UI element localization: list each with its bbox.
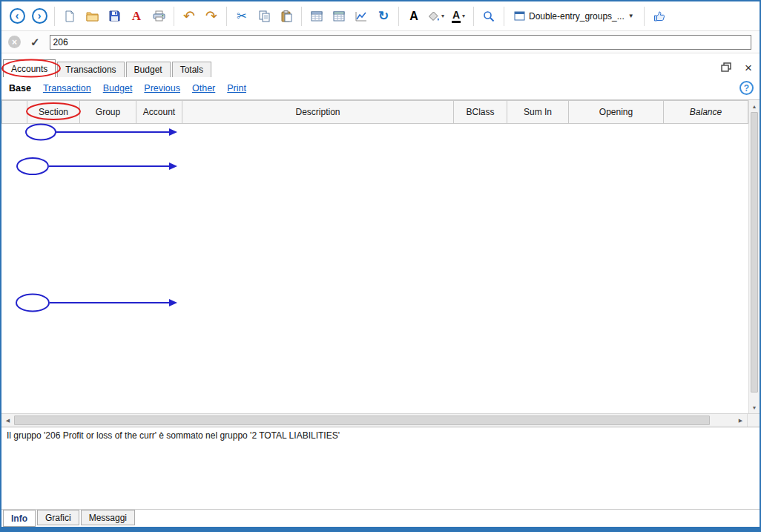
restore-window-button[interactable] xyxy=(721,62,731,74)
toolbar-separator xyxy=(398,7,399,26)
cell-value-input[interactable] xyxy=(50,35,751,50)
cancel-icon: × xyxy=(8,36,21,48)
toolbar-separator xyxy=(226,7,227,26)
document-window-icon xyxy=(514,11,525,21)
view-transaction[interactable]: Transaction xyxy=(43,83,91,93)
column-header-bclass[interactable]: BClass xyxy=(454,101,507,124)
dropdown-arrow-icon: ▾ xyxy=(462,13,465,19)
column-header-rownum[interactable] xyxy=(2,101,27,124)
chart-button[interactable] xyxy=(351,6,372,27)
restore-icon xyxy=(721,62,731,72)
info-message: Il gruppo '206 Profit or loss of the cur… xyxy=(7,430,754,441)
main-toolbar: ‹ › A ↶ ↷ ✂ ↻ A ▾ A▾ Double-entry_groups… xyxy=(1,1,760,31)
help-button[interactable]: ? xyxy=(739,81,754,95)
pdf-icon: A xyxy=(132,9,141,24)
save-icon xyxy=(109,10,120,22)
view-print[interactable]: Print xyxy=(227,83,246,93)
copy-icon xyxy=(259,10,270,22)
dropdown-arrow-icon: ▾ xyxy=(441,13,444,19)
tab-grafici[interactable]: Grafici xyxy=(37,510,79,525)
question-icon: ? xyxy=(744,83,749,93)
tab-totals[interactable]: Totals xyxy=(172,62,211,77)
view-budget[interactable]: Budget xyxy=(103,83,133,93)
column-header-section[interactable]: Section xyxy=(27,101,80,124)
scroll-left-button[interactable]: ◀ xyxy=(1,414,14,427)
close-window-button[interactable]: × xyxy=(745,62,752,74)
font-color-button[interactable]: A▾ xyxy=(448,6,469,27)
vertical-scrollbar[interactable]: ▲ ▼ xyxy=(748,100,760,413)
redo-button[interactable]: ↷ xyxy=(201,6,222,27)
open-folder-icon xyxy=(86,11,99,22)
fill-color-icon xyxy=(428,11,440,22)
printer-icon xyxy=(153,10,165,22)
column-header-account[interactable]: Account xyxy=(136,101,182,124)
tab-messaggi[interactable]: Messaggi xyxy=(81,510,135,525)
scissors-icon: ✂ xyxy=(237,10,246,22)
app-window: ‹ › A ↶ ↷ ✂ ↻ A ▾ A▾ Double-entry_groups… xyxy=(0,0,761,532)
paste-button[interactable] xyxy=(276,6,297,27)
toolbar-separator xyxy=(174,7,174,26)
open-file-button[interactable] xyxy=(82,6,102,27)
search-icon xyxy=(483,10,495,22)
recalculate-button[interactable]: ↻ xyxy=(373,6,394,27)
toolbar-separator xyxy=(644,7,645,26)
checkmark-icon: ✓ xyxy=(30,36,40,48)
print-button[interactable] xyxy=(148,6,169,27)
feedback-button[interactable] xyxy=(649,6,670,27)
scroll-up-button[interactable]: ▲ xyxy=(749,100,760,112)
view-previous[interactable]: Previous xyxy=(144,83,180,93)
header-row: Section Group Account Description BClass… xyxy=(2,101,748,124)
new-document-button[interactable] xyxy=(59,6,80,27)
document-selector[interactable]: Double-entry_groups_... ▼ xyxy=(510,10,639,23)
font-button[interactable]: A xyxy=(403,6,424,27)
accept-edit-button[interactable]: ✓ xyxy=(30,36,40,49)
vertical-scroll-track[interactable] xyxy=(749,393,760,401)
scrollbar-corner xyxy=(747,414,760,427)
transactions-table-button[interactable] xyxy=(329,6,349,27)
accounts-table-button[interactable] xyxy=(306,6,327,27)
cancel-edit-button[interactable]: × xyxy=(8,36,21,48)
column-header-sumin[interactable]: Sum In xyxy=(507,101,569,124)
pdf-export-button[interactable]: A xyxy=(126,6,147,27)
horizontal-scrollbar[interactable]: ◀ ▶ xyxy=(1,413,760,427)
chart-icon xyxy=(355,11,367,22)
table-icon xyxy=(311,11,323,22)
view-base[interactable]: Base xyxy=(9,83,31,93)
redo-icon: ↷ xyxy=(205,9,217,23)
back-icon: ‹ xyxy=(10,8,25,24)
table-tabs: Accounts Transactions Budget Totals × xyxy=(1,59,760,77)
horizontal-scroll-thumb[interactable] xyxy=(14,416,710,425)
save-button[interactable] xyxy=(104,6,125,27)
tab-info[interactable]: Info xyxy=(3,510,36,527)
fill-color-button[interactable]: ▾ xyxy=(426,6,447,27)
scroll-right-button[interactable]: ▶ xyxy=(734,414,747,427)
toolbar-separator xyxy=(301,7,302,26)
forward-icon: › xyxy=(32,8,47,24)
table-alt-icon xyxy=(333,11,345,22)
forward-button[interactable]: › xyxy=(29,6,50,27)
search-button[interactable] xyxy=(478,6,499,27)
combo-dropdown-icon: ▼ xyxy=(628,13,634,19)
column-header-description[interactable]: Description xyxy=(182,101,454,124)
tab-budget[interactable]: Budget xyxy=(126,62,171,77)
accounts-table-area: Section Group Account Description BClass… xyxy=(1,99,760,413)
vertical-scroll-thumb[interactable] xyxy=(751,112,758,393)
column-header-opening[interactable]: Opening xyxy=(569,101,664,124)
new-document-icon xyxy=(64,10,76,22)
back-button[interactable]: ‹ xyxy=(7,6,27,27)
scroll-down-button[interactable]: ▼ xyxy=(749,401,760,413)
bottom-tabs: Info Grafici Messaggi xyxy=(1,509,760,527)
tab-transactions[interactable]: Transactions xyxy=(57,62,124,77)
window-bottom-border xyxy=(1,527,760,531)
column-header-group[interactable]: Group xyxy=(80,101,136,124)
view-other[interactable]: Other xyxy=(192,83,215,93)
tab-accounts[interactable]: Accounts xyxy=(3,59,56,77)
toolbar-separator xyxy=(54,7,55,26)
copy-button[interactable] xyxy=(254,6,274,27)
toolbar-separator xyxy=(504,7,504,26)
thumbs-up-icon xyxy=(653,10,665,22)
column-header-balance[interactable]: Balance xyxy=(664,101,748,124)
document-name: Double-entry_groups_... xyxy=(529,11,625,22)
cut-button[interactable]: ✂ xyxy=(231,6,252,27)
undo-button[interactable]: ↶ xyxy=(179,6,200,27)
